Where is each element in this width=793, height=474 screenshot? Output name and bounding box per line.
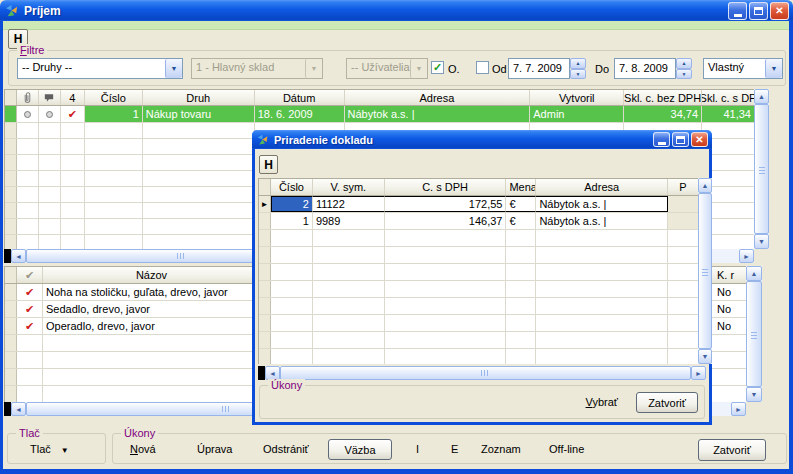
cell-adresa: Nábytok a.s. |: [536, 213, 668, 229]
cell-skl-bez: 34,74: [624, 106, 702, 122]
dialog-grid-header[interactable]: Číslo V. sym. C. s DPH Mena Adresa P: [259, 179, 698, 196]
dialog-row-selected[interactable]: ► 2 11122 172,55 € Nábytok a.s. |: [259, 196, 698, 213]
item-checked: ✔: [17, 318, 43, 334]
scroll-down-icon[interactable]: ▼: [746, 387, 762, 402]
items-vscrollbar[interactable]: ▲ ▼: [746, 266, 762, 402]
cdph-column-header[interactable]: C. s DPH: [385, 179, 507, 195]
close-icon[interactable]: ✕: [691, 132, 708, 147]
skl-bez-dph-column-header[interactable]: Skl. c. bez DPH: [624, 90, 702, 105]
hscroll-thumb[interactable]: [280, 366, 691, 380]
documents-grid-header[interactable]: 4 Číslo Druh Dátum Adresa Vytvoril Skl. …: [5, 90, 754, 106]
row-pointer-icon: ►: [261, 200, 269, 209]
cell-cislo: 1: [271, 213, 313, 229]
vscroll-thumb[interactable]: [698, 193, 712, 349]
cell-vytvoril: Admin: [530, 106, 624, 122]
chevron-down-icon: ▼: [410, 59, 427, 78]
item-kr: No: [712, 284, 746, 300]
main-titlebar[interactable]: Príjem ✕: [0, 0, 793, 21]
check-icon: ✔: [25, 270, 34, 281]
datum-column-header[interactable]: Dátum: [255, 90, 345, 105]
uzivatelia-combo: -- Užívatelia -- ▼: [346, 58, 428, 79]
scroll-down-icon[interactable]: ▼: [698, 349, 712, 364]
scroll-left-icon[interactable]: ◄: [265, 366, 280, 380]
dialog-hscrollbar[interactable]: ◄ ►: [258, 366, 706, 380]
close-icon[interactable]: ✕: [770, 2, 789, 20]
scrollbar-mark: [258, 366, 265, 380]
date-to-field[interactable]: 7. 8. 2009: [614, 58, 676, 79]
range-combo[interactable]: Vlastný ▼: [703, 58, 783, 79]
cislo-column-header[interactable]: Číslo: [85, 90, 143, 105]
minimize-icon[interactable]: [728, 2, 747, 20]
check-icon: ✔: [25, 287, 34, 298]
dialog-help-button[interactable]: H: [259, 155, 278, 174]
check-column-header[interactable]: ✔: [17, 267, 43, 283]
priradenie-dokladu-dialog: Priradenie dokladu ✕ H Číslo V. sym. C. …: [252, 130, 712, 425]
zatvorit-button[interactable]: Zatvoriť: [698, 439, 766, 461]
zoznam-button[interactable]: Zoznam: [481, 443, 521, 455]
vsym-column-header[interactable]: V. sym.: [313, 179, 385, 195]
maximize-icon[interactable]: [749, 2, 768, 20]
dialog-row[interactable]: 1 9989 146,37 € Nábytok a.s. |: [259, 213, 698, 230]
documents-vscrollbar[interactable]: ▲ ▼: [754, 89, 769, 249]
skl-s-dph-column-header[interactable]: Skl. c. s DP: [702, 90, 754, 105]
item-kr: No: [712, 318, 746, 334]
uprava-button[interactable]: Úprava: [197, 443, 232, 455]
vscroll-thumb[interactable]: [746, 281, 762, 387]
odstranit-button[interactable]: Odstrániť: [263, 443, 309, 455]
adresa-column-header[interactable]: Adresa: [536, 179, 668, 195]
dialog-ukony-group-label: Úkony: [268, 379, 305, 391]
vybrat-button[interactable]: Vybrať: [586, 396, 618, 408]
chevron-down-icon[interactable]: ▼: [765, 59, 782, 78]
cell-vsym: 9989: [313, 213, 385, 229]
date-from-field[interactable]: 7. 7. 2009: [508, 58, 570, 79]
vazba-button[interactable]: Väzba: [328, 439, 392, 460]
kr-column-header[interactable]: K. r: [712, 267, 746, 283]
chevron-down-icon[interactable]: ▼: [165, 59, 182, 78]
od-checkbox[interactable]: [476, 61, 489, 74]
adresa-column-header[interactable]: Adresa: [345, 90, 531, 105]
scroll-up-icon[interactable]: ▲: [698, 178, 712, 193]
scroll-right-icon[interactable]: ►: [691, 366, 706, 380]
druhy-combo[interactable]: -- Druhy -- ▼: [17, 58, 183, 79]
document-row-selected[interactable]: ✔ 1 Nákup tovaru 18. 6. 2009 Nábytok a.s…: [5, 106, 754, 123]
druh-column-header[interactable]: Druh: [143, 90, 255, 105]
nova-button[interactable]: Nová: [130, 443, 156, 455]
scroll-left-icon[interactable]: ◄: [11, 402, 26, 416]
nazov-column-header[interactable]: Názov: [43, 267, 261, 283]
cell-datum: 18. 6. 2009: [255, 106, 345, 122]
dialog-titlebar[interactable]: Priradenie dokladu ✕: [252, 130, 712, 149]
p-column-header[interactable]: P: [668, 179, 698, 195]
i-button[interactable]: I: [416, 443, 419, 455]
date-to-spinner[interactable]: ▲▼: [676, 58, 692, 79]
scroll-down-icon[interactable]: ▼: [754, 234, 769, 249]
scroll-right-icon[interactable]: ►: [739, 249, 754, 263]
count-column-header[interactable]: 4: [61, 90, 85, 105]
tlac-button[interactable]: Tlač▼: [30, 443, 69, 455]
scroll-right-icon[interactable]: ►: [731, 402, 746, 416]
scroll-up-icon[interactable]: ▲: [746, 266, 762, 281]
note-column-header[interactable]: [39, 90, 61, 105]
e-button[interactable]: E: [451, 443, 458, 455]
offline-button[interactable]: Off-line: [549, 443, 584, 455]
cislo-column-header[interactable]: Číslo: [271, 179, 313, 195]
item-checked: ✔: [17, 284, 43, 300]
cell-skl-s: 41,34: [702, 106, 754, 122]
note-indicator: [39, 106, 61, 122]
date-from-spinner[interactable]: ▲▼: [570, 58, 586, 79]
dialog-vscrollbar[interactable]: ▲ ▼: [698, 178, 712, 364]
grid-empty-row: [259, 332, 698, 349]
dialog-zatvorit-button[interactable]: Zatvoriť: [636, 392, 698, 413]
attachment-column-header[interactable]: [17, 90, 39, 105]
grid-empty-row: [259, 264, 698, 281]
grid-empty-row: [259, 298, 698, 315]
window-border-bottom: [0, 469, 793, 474]
o-checkbox[interactable]: ✓: [431, 61, 444, 74]
scroll-left-icon[interactable]: ◄: [11, 249, 26, 263]
vscroll-thumb[interactable]: [754, 104, 769, 234]
mena-column-header[interactable]: Mena: [506, 179, 536, 195]
minimize-icon[interactable]: [653, 132, 670, 147]
cell-p: [668, 213, 698, 229]
vytvoril-column-header[interactable]: Vytvoril: [530, 90, 624, 105]
maximize-icon[interactable]: [672, 132, 689, 147]
scroll-up-icon[interactable]: ▲: [754, 89, 769, 104]
